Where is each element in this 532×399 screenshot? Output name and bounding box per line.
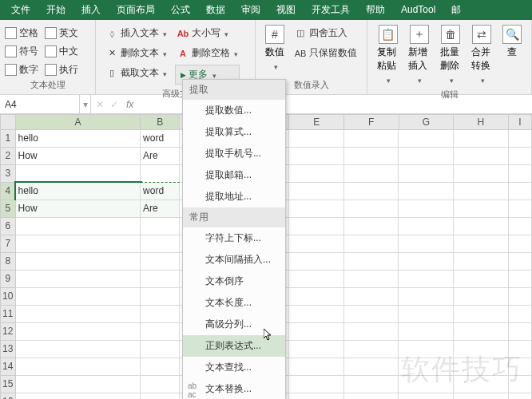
cell[interactable]: [289, 323, 344, 341]
btn-cut-text[interactable]: ▯截取文本: [104, 65, 169, 81]
chk-symbol[interactable]: 符号: [5, 45, 38, 58]
btn-number[interactable]: # 数值: [260, 23, 289, 73]
cell[interactable]: [141, 165, 180, 183]
cell[interactable]: [454, 235, 509, 253]
cell[interactable]: [454, 148, 509, 165]
chk-number[interactable]: 数字: [5, 63, 38, 77]
cell[interactable]: [399, 200, 454, 218]
cell[interactable]: [344, 183, 399, 200]
btn-batch-delete[interactable]: 🗑批量删除: [435, 23, 466, 87]
cell[interactable]: [509, 393, 532, 399]
dd-extract-address[interactable]: 提取地址...: [183, 186, 285, 207]
cell[interactable]: [289, 200, 344, 218]
menu-audtool[interactable]: AudTool: [393, 0, 443, 20]
cell[interactable]: word: [141, 130, 180, 148]
cell[interactable]: [399, 288, 454, 306]
cell[interactable]: [16, 218, 141, 235]
row-header-5[interactable]: 5: [0, 200, 16, 218]
cell[interactable]: [141, 323, 180, 341]
select-all-corner[interactable]: [0, 114, 16, 130]
cell[interactable]: [509, 271, 532, 288]
cell[interactable]: [289, 218, 344, 235]
cell[interactable]: [16, 323, 141, 341]
cell[interactable]: [399, 358, 454, 376]
cell[interactable]: [344, 148, 399, 165]
cell[interactable]: [454, 358, 509, 376]
cell[interactable]: [289, 358, 344, 376]
cell[interactable]: [509, 148, 532, 165]
cell[interactable]: [344, 253, 399, 271]
menu-insert[interactable]: 插入: [73, 0, 109, 20]
dd-text-find[interactable]: 文本查找...: [183, 357, 285, 378]
name-box[interactable]: A4: [0, 95, 80, 113]
cell[interactable]: How: [16, 200, 141, 218]
cell[interactable]: [141, 235, 180, 253]
cell[interactable]: [141, 393, 180, 399]
cell[interactable]: hello: [16, 183, 141, 200]
cell[interactable]: [399, 130, 454, 148]
cell[interactable]: [344, 130, 399, 148]
cell[interactable]: [16, 165, 141, 183]
cell[interactable]: [454, 165, 509, 183]
col-header-e[interactable]: E: [289, 114, 344, 130]
menu-file[interactable]: 文件: [3, 0, 38, 20]
cell[interactable]: [344, 376, 399, 393]
dd-length[interactable]: 文本长度...: [183, 292, 285, 314]
cell[interactable]: [141, 218, 180, 235]
cell[interactable]: [454, 130, 509, 148]
dd-text-replace[interactable]: abac文本替换...: [183, 378, 285, 399]
dd-interval-insert[interactable]: 文本间隔插入...: [183, 249, 285, 271]
cell[interactable]: [344, 393, 399, 399]
cell[interactable]: [399, 148, 454, 165]
row-header-3[interactable]: 3: [0, 165, 16, 183]
btn-merge-convert[interactable]: ⇄合并转换: [466, 23, 498, 87]
btn-delete-text[interactable]: ✕删除文本: [104, 45, 169, 61]
cell[interactable]: [344, 341, 399, 358]
fx-icon[interactable]: fx: [123, 99, 137, 110]
cell[interactable]: [399, 341, 454, 358]
cell[interactable]: [16, 288, 141, 306]
cell[interactable]: [509, 358, 532, 376]
menu-view[interactable]: 视图: [268, 0, 304, 20]
cell[interactable]: [399, 393, 454, 399]
cell[interactable]: [399, 271, 454, 288]
menu-help[interactable]: 帮助: [358, 0, 393, 20]
cell[interactable]: [344, 271, 399, 288]
cell[interactable]: [454, 393, 509, 399]
chk-execute[interactable]: 执行: [45, 63, 78, 77]
cell[interactable]: hello: [16, 130, 141, 148]
menu-data[interactable]: 数据: [198, 0, 233, 20]
cell[interactable]: [16, 271, 141, 288]
cell[interactable]: [509, 218, 532, 235]
menu-pagelayout[interactable]: 页面布局: [109, 0, 163, 20]
btn-copy-paste[interactable]: 📋复制粘贴: [372, 23, 403, 87]
menu-home[interactable]: 开始: [38, 0, 73, 20]
cell[interactable]: [16, 393, 141, 399]
row-header-11[interactable]: 11: [0, 306, 16, 323]
btn-add-insert[interactable]: ＋新增插入: [403, 23, 435, 87]
cell[interactable]: [289, 271, 344, 288]
cell[interactable]: [399, 235, 454, 253]
dd-superscript[interactable]: 字符上下标...: [183, 227, 285, 249]
row-header-4[interactable]: 4: [0, 183, 16, 200]
cell[interactable]: [289, 183, 344, 200]
cell[interactable]: [399, 183, 454, 200]
menu-review[interactable]: 审阅: [233, 0, 268, 20]
row-header-9[interactable]: 9: [0, 271, 16, 288]
cell[interactable]: [344, 218, 399, 235]
row-header-1[interactable]: 1: [0, 130, 16, 148]
row-header-2[interactable]: 2: [0, 148, 16, 165]
row-header-14[interactable]: 14: [0, 358, 16, 376]
row-header-10[interactable]: 10: [0, 288, 16, 306]
cell[interactable]: [454, 376, 509, 393]
cell[interactable]: [399, 306, 454, 323]
cell[interactable]: [454, 200, 509, 218]
row-header-12[interactable]: 12: [0, 323, 16, 341]
cell[interactable]: [509, 376, 532, 393]
cell[interactable]: [509, 253, 532, 271]
col-header-a[interactable]: A: [16, 114, 141, 130]
row-header-6[interactable]: 6: [0, 218, 16, 235]
row-header-15[interactable]: 15: [0, 376, 16, 393]
cell[interactable]: [16, 358, 141, 376]
cell[interactable]: [16, 235, 141, 253]
